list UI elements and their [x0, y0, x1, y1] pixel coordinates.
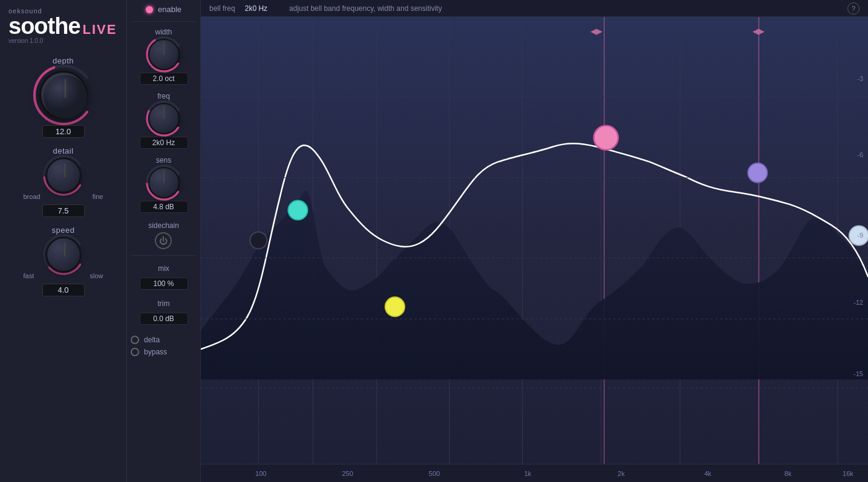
logo-area: oeksound sootheLIVE version 1.0.0: [0, 7, 126, 50]
sidechain-power-button[interactable]: [155, 232, 172, 249]
depth-section: depth 12.0: [0, 56, 126, 138]
cyan-node: [288, 201, 307, 220]
sens-value[interactable]: 4.8 dB: [140, 201, 188, 213]
fine-label: fine: [93, 193, 103, 200]
width-section: width 2.0 oct: [127, 24, 200, 88]
delta-radio[interactable]: [131, 336, 139, 344]
speed-value[interactable]: 4.0: [42, 284, 85, 296]
width-value[interactable]: 2.0 oct: [140, 73, 188, 85]
depth-knob[interactable]: [36, 68, 91, 122]
yellow-node: [385, 297, 405, 316]
delta-label: delta: [144, 336, 160, 344]
divider-2: [131, 255, 197, 256]
delta-row[interactable]: delta: [131, 336, 197, 344]
detail-knob[interactable]: [46, 158, 81, 193]
freq-knob[interactable]: [148, 103, 180, 134]
trim-section: trim 0.0 dB: [127, 296, 200, 328]
eq-svg: ◀▶ ◀▶: [201, 17, 868, 464]
freq-100: 100: [255, 470, 266, 477]
svg-text:◀▶: ◀▶: [590, 27, 602, 36]
broad-label: broad: [24, 193, 41, 200]
logo-product: soothe: [8, 13, 80, 39]
eq-canvas[interactable]: ◀▶ ◀▶: [201, 17, 868, 464]
mix-section: mix 100 %: [127, 261, 200, 293]
sens-section: sens 4.8 dB: [127, 152, 200, 217]
mix-label: mix: [158, 264, 169, 273]
sens-label: sens: [156, 156, 171, 164]
slow-label: slow: [90, 272, 103, 279]
black-node: [250, 232, 267, 249]
svg-text:◀▶: ◀▶: [752, 27, 765, 36]
freq-label: freq: [157, 92, 170, 100]
mix-value[interactable]: 100 %: [140, 278, 188, 290]
top-bar: bell freq 2k0 Hz adjust bell band freque…: [201, 0, 868, 17]
middle-panel: enable width 2.0 oct freq: [127, 0, 201, 482]
bypass-radio[interactable]: [131, 348, 139, 356]
db-label-6: -6: [857, 151, 863, 158]
trim-label: trim: [158, 299, 170, 308]
db-label-15: -15: [853, 370, 863, 377]
freq-16k: 16k: [843, 470, 853, 477]
purple-node: [748, 163, 767, 183]
freq-8k: 8k: [785, 470, 792, 477]
detail-value[interactable]: 7.5: [42, 204, 85, 217]
freq-4k: 4k: [704, 470, 711, 477]
divider-1: [131, 21, 197, 22]
speed-section: speed fast slow 4.0: [0, 226, 126, 296]
enable-dot: [146, 6, 153, 13]
db-label-9: -9: [857, 232, 863, 239]
db-label-3: -3: [857, 75, 863, 82]
bell-freq-value: 2k0 Hz: [245, 4, 267, 13]
detail-label: detail: [53, 146, 73, 155]
freq-1k: 1k: [524, 470, 532, 477]
logo-variant: LIVE: [83, 22, 117, 37]
bell-freq-label: bell freq: [209, 4, 235, 13]
width-label: width: [155, 28, 172, 36]
freq-section: freq 2k0 Hz: [127, 88, 200, 152]
depth-label: depth: [53, 56, 74, 65]
freq-250: 250: [342, 470, 353, 477]
detail-section: detail broad fine 7.5: [0, 146, 126, 217]
enable-label: enable: [158, 5, 181, 14]
sidechain-section: sidechain: [148, 221, 179, 249]
sens-knob[interactable]: [148, 167, 180, 198]
trim-value[interactable]: 0.0 dB: [140, 313, 188, 325]
db-label-12: -12: [853, 299, 863, 306]
pink-node: [594, 126, 618, 150]
width-knob[interactable]: [148, 39, 180, 70]
speed-knob[interactable]: [46, 237, 81, 272]
sidechain-label: sidechain: [148, 221, 179, 230]
freq-value[interactable]: 2k0 Hz: [140, 137, 188, 149]
bypass-label: bypass: [144, 348, 167, 356]
topbar-description: adjust bell band frequency, width and se…: [289, 4, 442, 13]
fast-label: fast: [24, 272, 34, 279]
freq-2k: 2k: [618, 470, 625, 477]
bypass-row[interactable]: bypass: [131, 348, 197, 356]
freq-500: 500: [429, 470, 440, 477]
help-button[interactable]: ?: [847, 2, 860, 15]
freq-axis: 100 250 500 1k 2k 4k 8k 16k: [201, 464, 868, 482]
sidebar: oeksound sootheLIVE version 1.0.0 depth: [0, 0, 127, 482]
main-display: bell freq 2k0 Hz adjust bell band freque…: [201, 0, 868, 482]
speed-label: speed: [52, 226, 75, 235]
enable-row[interactable]: enable: [146, 5, 181, 14]
depth-value[interactable]: 12.0: [42, 125, 85, 138]
